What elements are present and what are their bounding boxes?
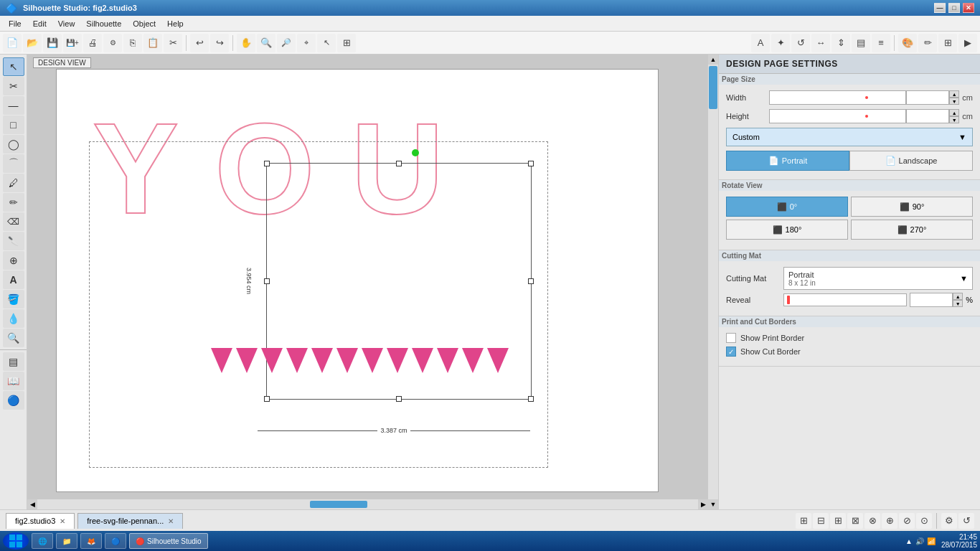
taskbar-firefox[interactable]: 🦊 bbox=[80, 533, 102, 549]
save-button[interactable]: 💾 bbox=[43, 34, 62, 52]
tab-fig2-close[interactable]: ✕ bbox=[60, 517, 65, 525]
page-size-dropdown[interactable]: Custom ▼ bbox=[726, 128, 973, 146]
width-value[interactable]: 29.700 bbox=[906, 90, 949, 105]
show-print-border-checkbox[interactable] bbox=[726, 333, 736, 343]
tray-speaker[interactable]: 🔊 bbox=[915, 537, 924, 545]
eyedropper-tool[interactable]: 💧 bbox=[3, 309, 24, 328]
bottom-tool-6[interactable]: ⊕ bbox=[882, 513, 897, 529]
rotate-270-btn[interactable]: ⬛ 270° bbox=[851, 220, 973, 240]
pan-tool-btn[interactable]: ✋ bbox=[237, 34, 255, 52]
undo-button[interactable]: ↩ bbox=[190, 34, 209, 52]
store-btn[interactable]: 🔵 bbox=[3, 391, 24, 410]
scroll-up-btn[interactable]: ▲ bbox=[708, 55, 718, 65]
taskbar-silhouette[interactable]: 🔴 Silhouette Studio bbox=[129, 533, 208, 549]
print-settings-button[interactable]: ⚙ bbox=[103, 34, 122, 52]
new-button[interactable]: 📄 bbox=[3, 34, 22, 52]
canvas-area[interactable]: DESIGN VIEW Y O U bbox=[27, 55, 718, 509]
flip-v[interactable]: ⇕ bbox=[831, 34, 850, 52]
menu-help[interactable]: Help bbox=[161, 18, 189, 29]
node-edit-tool[interactable]: ✂ bbox=[3, 77, 24, 95]
width-up-btn[interactable]: ▲ bbox=[949, 90, 959, 98]
scroll-left-btn[interactable]: ◀ bbox=[27, 499, 37, 509]
cutting-mat-select[interactable]: Portrait 8 x 12 in ▼ bbox=[783, 267, 973, 290]
reveal-up-btn[interactable]: ▲ bbox=[953, 293, 963, 300]
flip-h[interactable]: ↔ bbox=[811, 34, 830, 52]
menu-edit[interactable]: Edit bbox=[27, 18, 52, 29]
refresh-icon[interactable]: ↺ bbox=[958, 513, 974, 529]
copy-button[interactable]: ⎘ bbox=[123, 34, 142, 52]
text-tool[interactable]: A bbox=[3, 270, 24, 289]
cut-tool-btn[interactable]: ✂ bbox=[164, 34, 182, 52]
line-color[interactable]: ✏ bbox=[918, 34, 937, 52]
pencil-tool[interactable]: ✏ bbox=[3, 193, 24, 212]
print-button[interactable]: 🖨 bbox=[83, 34, 102, 52]
reveal-slider-track[interactable] bbox=[783, 293, 907, 306]
zoom-fit-button[interactable]: ⌖ bbox=[297, 34, 316, 52]
menu-object[interactable]: Object bbox=[127, 18, 161, 29]
line-tool[interactable]: — bbox=[3, 96, 24, 115]
height-up-btn[interactable]: ▲ bbox=[949, 109, 959, 116]
reveal-value[interactable]: 0.0 bbox=[910, 293, 953, 307]
width-down-btn[interactable]: ▼ bbox=[949, 98, 959, 105]
bottom-tool-4[interactable]: ⊠ bbox=[847, 513, 863, 529]
tab-fig2[interactable]: fig2.studio3 ✕ bbox=[6, 513, 75, 529]
zoom-out-button[interactable]: 🔎 bbox=[277, 34, 296, 52]
text-tool-right[interactable]: A bbox=[751, 34, 770, 52]
curve-tool[interactable]: ⌒ bbox=[3, 154, 24, 173]
align-tool[interactable]: ▤ bbox=[852, 34, 870, 52]
tab-pennant-close[interactable]: ✕ bbox=[168, 517, 174, 525]
close-button[interactable]: ✕ bbox=[963, 3, 974, 13]
point-tool[interactable]: ⊕ bbox=[3, 251, 24, 270]
maximize-button[interactable]: □ bbox=[948, 3, 960, 13]
reveal-slider-thumb[interactable] bbox=[787, 296, 790, 304]
bottom-tool-7[interactable]: ⊘ bbox=[899, 513, 915, 529]
menu-file[interactable]: File bbox=[3, 18, 27, 29]
export-btn[interactable]: ▶ bbox=[958, 34, 977, 52]
tray-arrow[interactable]: ▲ bbox=[905, 537, 913, 545]
fill-tool[interactable]: 🪣 bbox=[3, 290, 24, 309]
tray-network[interactable]: 📶 bbox=[927, 537, 936, 545]
knife-tool[interactable]: 🔪 bbox=[3, 232, 24, 250]
distribute-tool[interactable]: ≡ bbox=[872, 34, 890, 52]
width-input[interactable] bbox=[769, 90, 906, 105]
layers-panel-btn[interactable]: ▤ bbox=[3, 352, 24, 371]
ellipse-tool[interactable]: ◯ bbox=[3, 135, 24, 154]
height-value[interactable]: 21.000 bbox=[906, 109, 949, 123]
menu-view[interactable]: View bbox=[52, 18, 81, 29]
rotate-180-btn[interactable]: ⬛ 180° bbox=[726, 220, 848, 240]
layer-btn[interactable]: ⊞ bbox=[938, 34, 957, 52]
height-down-btn[interactable]: ▼ bbox=[949, 116, 959, 123]
paste-button[interactable]: 📋 bbox=[143, 34, 162, 52]
rect-tool[interactable]: □ bbox=[3, 116, 24, 134]
open-button[interactable]: 📂 bbox=[23, 34, 42, 52]
redo-button[interactable]: ↪ bbox=[210, 34, 229, 52]
tab-pennant[interactable]: free-svg-file-pennan... ✕ bbox=[77, 513, 183, 529]
eraser-tool[interactable]: ⌫ bbox=[3, 212, 24, 231]
select-tool[interactable]: ↖ bbox=[3, 57, 24, 76]
canvas-content[interactable]: Y O U bbox=[56, 69, 659, 492]
landscape-button[interactable]: 📄 Landscape bbox=[849, 151, 973, 171]
settings-icon[interactable]: ⚙ bbox=[941, 513, 957, 529]
zoom-tool[interactable]: 🔍 bbox=[3, 329, 24, 347]
rotate-90-btn[interactable]: ⬛ 90° bbox=[851, 197, 973, 217]
taskbar-clock[interactable]: 21:45 28/07/2015 bbox=[941, 533, 977, 549]
h-scroll-thumb[interactable] bbox=[310, 501, 367, 508]
portrait-button[interactable]: 📄 Portrait bbox=[726, 151, 849, 171]
v-scroll-thumb[interactable] bbox=[709, 66, 717, 109]
taskbar-cameo[interactable]: 🔵 bbox=[105, 533, 126, 549]
taskbar-ie[interactable]: 🌐 bbox=[32, 533, 53, 549]
taskbar-explorer[interactable]: 📁 bbox=[56, 533, 77, 549]
scroll-down-btn[interactable]: ▼ bbox=[708, 499, 718, 509]
fill-color[interactable]: 🎨 bbox=[898, 34, 917, 52]
library-btn[interactable]: 📖 bbox=[3, 372, 24, 390]
height-input[interactable] bbox=[769, 109, 906, 123]
show-cut-border-checkbox[interactable]: ✓ bbox=[726, 347, 736, 357]
bottom-tool-5[interactable]: ⊗ bbox=[864, 513, 880, 529]
rotate-0-btn[interactable]: ⬛ 0° bbox=[726, 197, 848, 217]
bottom-tool-2[interactable]: ⊟ bbox=[813, 513, 829, 529]
scroll-right-btn[interactable]: ▶ bbox=[698, 499, 708, 509]
path-tool[interactable]: 🖊 bbox=[3, 174, 24, 192]
zoom-select-button[interactable]: ↖ bbox=[317, 34, 336, 52]
vertical-scrollbar[interactable]: ▲ ▼ bbox=[708, 55, 718, 509]
start-button[interactable] bbox=[3, 532, 29, 550]
